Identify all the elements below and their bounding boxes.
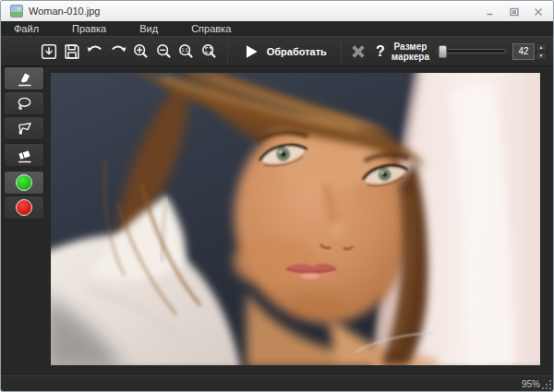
toolbar: 1:1 Обработать ? Размер: [1, 36, 553, 66]
spinner-down-icon[interactable]: ▼: [536, 52, 547, 60]
zoom-actual-icon: 1:1: [176, 42, 197, 62]
cancel-icon: [348, 42, 368, 62]
app-window: Woman-010.jpg Файл Правка Вид Справка: [0, 0, 554, 392]
marker-icon: [15, 69, 33, 88]
zoom-in-button[interactable]: [129, 39, 152, 65]
eraser-icon: [15, 146, 33, 164]
canvas-area: [1, 66, 553, 375]
redo-icon: [108, 42, 128, 62]
spinner-up-icon[interactable]: ▲: [536, 43, 547, 52]
zoom-level: 95%: [522, 379, 540, 389]
zoom-out-button[interactable]: [152, 39, 175, 65]
help-icon: ?: [376, 43, 385, 60]
lasso-icon: [15, 94, 33, 113]
tool-sidebar: [4, 66, 44, 220]
title-bar: Woman-010.jpg: [1, 1, 553, 21]
toolbar-separator: [341, 40, 342, 64]
process-button[interactable]: Обработать: [234, 39, 335, 65]
lasso-tool-button[interactable]: [4, 91, 44, 115]
marker-tool-button[interactable]: [4, 66, 44, 90]
app-icon: [10, 5, 23, 18]
green-circle-icon: [16, 174, 32, 191]
zoom-actual-button[interactable]: 1:1: [175, 39, 199, 65]
maximize-button[interactable]: [505, 5, 524, 18]
polygon-lasso-icon: [15, 119, 33, 137]
menu-file[interactable]: Файл: [14, 23, 57, 34]
polygon-lasso-tool-button[interactable]: [4, 116, 44, 140]
toolbar-separator: [227, 40, 228, 64]
green-color-button[interactable]: [4, 171, 44, 195]
save-icon: [62, 42, 82, 62]
marker-size-slider[interactable]: [436, 49, 506, 53]
window-title: Woman-010.jpg: [29, 6, 100, 17]
marker-size-input[interactable]: [512, 43, 535, 60]
svg-text:1:1: 1:1: [182, 47, 188, 53]
process-label: Обработать: [267, 46, 327, 57]
undo-button[interactable]: [84, 39, 107, 65]
menu-edit[interactable]: Правка: [72, 23, 125, 34]
zoom-in-icon: [131, 42, 151, 62]
red-color-button[interactable]: [4, 196, 44, 220]
zoom-out-icon: [154, 42, 175, 62]
zoom-fit-icon: [199, 42, 220, 62]
slider-handle[interactable]: [439, 45, 447, 58]
close-button[interactable]: [529, 5, 548, 18]
marker-size-label: Размер маркера: [391, 42, 429, 62]
photo-woman-portrait: [51, 73, 540, 365]
menu-bar: Файл Правка Вид Справка: [1, 21, 553, 36]
resize-grip-icon[interactable]: [549, 387, 551, 389]
play-icon: [242, 42, 260, 61]
marker-size-spinner: ▲ ▼: [536, 43, 547, 60]
open-button[interactable]: [38, 39, 61, 65]
help-button[interactable]: ?: [369, 39, 391, 65]
minimize-button[interactable]: [481, 5, 500, 18]
eraser-tool-button[interactable]: [4, 143, 44, 167]
photo-canvas[interactable]: [51, 73, 540, 365]
undo-icon: [85, 42, 105, 62]
zoom-fit-button[interactable]: [199, 39, 222, 65]
menu-view[interactable]: Вид: [139, 23, 176, 34]
cancel-button[interactable]: [347, 39, 369, 65]
status-bar: 95%: [1, 375, 553, 391]
red-circle-icon: [16, 199, 32, 216]
redo-button[interactable]: [107, 39, 130, 65]
save-button[interactable]: [61, 39, 84, 65]
open-icon: [39, 42, 59, 62]
menu-help[interactable]: Справка: [191, 23, 249, 34]
